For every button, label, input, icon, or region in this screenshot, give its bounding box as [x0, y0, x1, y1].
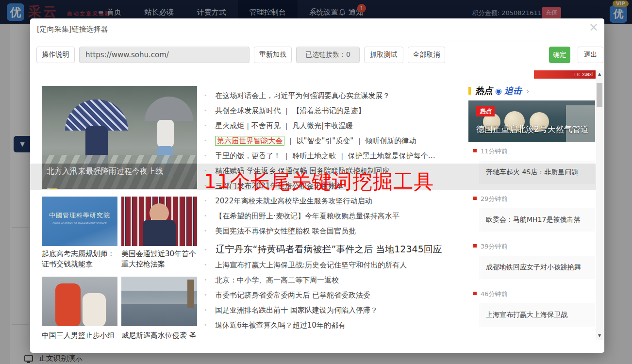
thumb-caption[interactable]: 中国三人男篮止步小组赛 [42, 331, 117, 340]
headline-link[interactable]: 北京：中小学、高一高二等下周一返校 [204, 275, 472, 285]
hot-item-title[interactable]: 成都地铁回应女子对小孩跳艳舞 [480, 256, 595, 279]
hot-item-time: 29分钟前 [481, 195, 595, 203]
thumb-image[interactable] [121, 197, 197, 246]
help-button[interactable]: 操作说明 [36, 47, 75, 63]
headline-list: 在这场对话会上，习近平为何强调要真心实意谋发展？ 共创全球发展新时代 ｜ 【沿着… [204, 85, 472, 335]
headline-text: 市委书记跻身省委常委两天后 已掌舵省委政法委 [215, 291, 370, 299]
hot-item-time: 39分钟前 [481, 242, 595, 251]
hot-item-time: 46分钟前 [481, 290, 595, 298]
headline-link[interactable]: 辽宁丹东“持黄码者看病被拦”事件之后 当地12345回应 [204, 243, 472, 256]
headline-link[interactable]: 国足亚洲排名跌出前十 国家队建设为何陷入停滞？ [204, 305, 472, 315]
scrollbar[interactable]: ▲ ▼ [596, 70, 603, 340]
chevron-right-icon: › [526, 86, 529, 96]
headline-link[interactable]: 市委书记跻身省委常委两天后 已掌舵省委政法委 [204, 290, 472, 300]
headline-link[interactable]: 共创全球发展新时代 ｜ 【沿着总书记的足迹】 [204, 106, 472, 116]
headline-link[interactable]: 上海宣布打赢大上海保卫战:历史会记住坚守和付出的所有人 [204, 260, 472, 270]
hot-news-item: 46分钟前 上海宣布打赢大上海保卫战 [468, 290, 595, 327]
pedestrian-shape [157, 120, 174, 147]
confirm-button[interactable]: 确定 [549, 47, 570, 63]
close-icon[interactable]: × [589, 21, 599, 33]
hot-title-blue: 追击 [504, 85, 522, 97]
headline-text: 辽宁丹东“持黄码者看病被拦”事件之后 当地12345回应 [216, 244, 442, 254]
headline-link[interactable]: 【在希望的田野上·麦收记】今年夏粮收购总量保持高水平 [204, 211, 472, 221]
dialog-header: [定向采集]链接选择器 × [30, 18, 604, 40]
headline-highlight[interactable]: 第六届世界智能大会 [215, 136, 284, 146]
red-square-bullet [473, 149, 477, 152]
banner-glyph: 彐 ⟨⟨ [572, 72, 580, 77]
headline-text: 北京：中小学、高一高二等下周一返校 [215, 276, 339, 284]
hot-news-item: 29分钟前 欧委会：马航MH17是被俄击落 [468, 195, 595, 232]
headline-text: 手里的饭，更香了！ ｜ 聆听土地之歌 ｜ 保护黑土地就是保护每个… [215, 151, 435, 160]
hot-photo-title[interactable]: 德国正重启北溪2号天然气管道 [476, 124, 589, 135]
cancel-all-button[interactable]: 全部取消 [408, 47, 445, 63]
headline-text: ｜ 以"智变"引"质变" ｜ 倾听创新的律动 [287, 136, 416, 145]
thumb-image[interactable]: 中國管理科學研究院 CHINA ACADEMY OF MANAGEMENT SC… [42, 197, 117, 246]
yellow-bar [468, 87, 471, 95]
headline-link[interactable]: 2022年离校未就业高校毕业生服务攻坚行动启动 [204, 196, 472, 206]
link-selector-dialog: [定向采集]链接选择器 × 操作说明 重新加载 已选链接数：0 抓取测试 全部取… [30, 18, 604, 353]
headline-text: 国足亚洲排名跌出前十 国家队建设为何陷入停滞？ [215, 306, 378, 314]
headline-text: 共创全球发展新时代 ｜ 【沿着总书记的足迹】 [215, 106, 365, 115]
hot-item-time: 11分钟前 [481, 147, 595, 156]
xuexi-banner[interactable]: 彐 ⟨⟨ xuexi [534, 70, 596, 79]
url-input[interactable] [79, 47, 249, 63]
exit-button[interactable]: 退出 [578, 47, 603, 63]
hot-item-title[interactable]: 欧委会：马航MH17是被俄击落 [480, 208, 595, 232]
watermark-text: 11个长尾关键词挖掘工具 [204, 168, 434, 195]
umbrella-shape [145, 97, 193, 121]
hot-photo[interactable]: 热点 德国正重启北溪2号天然气管道 [468, 100, 595, 142]
grab-test-button[interactable]: 抓取测试 [364, 47, 403, 63]
headline-link[interactable]: 在这场对话会上，习近平为何强调要真心实意谋发展？ [204, 91, 472, 100]
headline-link[interactable]: 第六届世界智能大会 ｜ 以"智变"引"质变" ｜ 倾听创新的律动 [204, 136, 472, 146]
dialog-title: [定向采集]链接选择器 [37, 25, 108, 34]
banner-text: xuexi [582, 72, 593, 77]
headline-text: 美国宪法不再保护女性堕胎权 联合国官员批 [215, 227, 356, 235]
thumb-caption[interactable]: 美国会通过近30年首个重大控枪法案 [121, 249, 197, 269]
headline-text: 星火成炬｜不舍再见 ｜ 凡人微光|丰收温暖 [215, 121, 353, 130]
red-square-bullet [473, 197, 477, 200]
scroll-up-icon[interactable]: ▲ [596, 70, 603, 78]
headline-link[interactable]: 手里的饭，更香了！ ｜ 聆听土地之歌 ｜ 保护黑土地就是保护每个… [204, 151, 472, 161]
red-square-bullet [473, 292, 477, 295]
headline-link[interactable]: 退休近6年被查算久吗？超过10年的都有 [204, 320, 472, 330]
hot-news-item: 39分钟前 成都地铁回应女子对小孩跳艳舞 [468, 242, 595, 279]
page-preview: 北方入汛来最强降雨过程今夜上线 中國管理科學研究院 CHINA ACADEMY … [36, 70, 596, 340]
headline-text: 上海宣布打赢大上海保卫战:历史会记住坚守和付出的所有人 [215, 261, 407, 269]
scrollbar-thumb[interactable] [597, 83, 602, 107]
thumb-image[interactable] [121, 277, 197, 326]
scroll-down-icon[interactable]: ▼ [596, 332, 603, 340]
thumb-caption[interactable]: 威尼斯遇高水位侵袭 圣 [121, 331, 197, 340]
thumb-image[interactable] [42, 277, 117, 326]
sign-text-en: CHINA ACADEMY OF MANAGEMENT SCIENCE [47, 222, 113, 225]
sign-text: 中國管理科學研究院 [47, 211, 113, 220]
headline-text: 【在希望的田野上·麦收记】今年夏粮收购总量保持高水平 [215, 212, 399, 220]
headline-text: 2022年离校未就业高校毕业生服务攻坚行动启动 [215, 197, 372, 205]
hot-badge: 热点 [476, 106, 495, 116]
headline-text: 退休近6年被查算久吗？超过10年的都有 [215, 321, 346, 330]
headline-text: 在这场对话会上，习近平为何强调要真心实意谋发展？ [215, 91, 390, 100]
hot-pursuit-header[interactable]: 热点 ◉ 追击 › [468, 85, 529, 97]
headline-link[interactable]: 美国宪法不再保护女性堕胎权 联合国官员批 [204, 226, 472, 236]
hot-title-black: 热点 [475, 85, 493, 97]
headline-link[interactable]: 星火成炬｜不舍再见 ｜ 凡人微光|丰收温暖 [204, 121, 472, 131]
red-square-bullet [473, 244, 477, 248]
target-icon: ◉ [495, 86, 502, 96]
thumb-caption[interactable]: 起底高考志愿规划师：证书交钱就能拿 [42, 249, 117, 269]
hot-item-title[interactable]: 上海宣布打赢大上海保卫战 [480, 303, 595, 327]
selected-links-count: 已选链接数：0 [296, 47, 360, 63]
reload-button[interactable]: 重新加载 [254, 47, 292, 63]
